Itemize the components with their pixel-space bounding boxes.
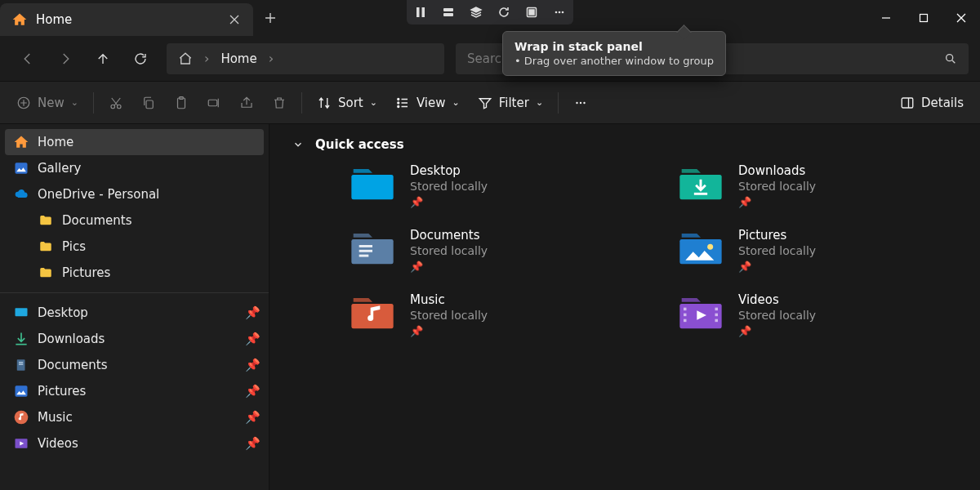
folder-subtitle: Stored locally [738, 309, 816, 322]
tab-home[interactable]: Home [0, 3, 253, 36]
pin-icon: 📌 [738, 325, 816, 337]
tab-title: Home [36, 12, 72, 27]
pin-icon: 📌 [410, 261, 488, 273]
folder-icon [678, 228, 724, 265]
folder-icon [678, 163, 724, 201]
sidebar-item-onedrive[interactable]: OneDrive - Personal [0, 181, 269, 207]
sidebar-item-videos[interactable]: Videos 📌 [0, 430, 269, 457]
svg-rect-24 [902, 98, 913, 108]
sort-button[interactable]: Sort⌄ [309, 88, 385, 118]
folder-icon [350, 228, 395, 265]
delete-button[interactable] [264, 88, 295, 118]
pause-icon[interactable] [407, 0, 434, 24]
folder-icon [38, 238, 54, 255]
sidebar-item-label: Desktop [38, 305, 88, 320]
sidebar-item-music[interactable]: Music 📌 [0, 404, 269, 430]
svg-rect-26 [16, 308, 28, 316]
music-icon [13, 409, 29, 425]
rows-icon[interactable] [434, 0, 462, 24]
videos-icon [13, 435, 29, 452]
sidebar-item-home[interactable]: Home [5, 129, 264, 155]
sidebar-item-label: Documents [38, 358, 108, 372]
svg-rect-0 [416, 7, 420, 17]
chevron-right-icon: › [269, 51, 274, 66]
sidebar-item-label: Documents [62, 213, 132, 228]
new-tab-button[interactable] [253, 0, 287, 36]
folder-subtitle: Stored locally [410, 309, 488, 322]
svg-rect-42 [715, 318, 717, 321]
svg-rect-5 [529, 10, 534, 15]
stack-icon[interactable] [462, 0, 490, 24]
svg-rect-17 [208, 100, 217, 106]
folder-subtitle: Stored locally [738, 244, 816, 257]
svg-rect-30 [16, 385, 28, 396]
overlay-toolbar [407, 0, 573, 24]
cut-button[interactable] [100, 88, 131, 118]
folder-icon [38, 212, 54, 229]
chevron-right-icon: › [204, 51, 209, 66]
sidebar-item-onedrive-pictures[interactable]: Pictures [0, 260, 269, 286]
svg-rect-40 [715, 307, 717, 310]
sidebar-item-label: Pictures [62, 265, 110, 280]
quick-access-pictures[interactable]: PicturesStored locally📌 [678, 228, 957, 273]
refresh-icon[interactable] [490, 0, 518, 24]
share-button[interactable] [231, 88, 262, 118]
chevron-down-icon: ⌄ [370, 97, 377, 108]
more-icon[interactable] [546, 0, 573, 24]
quick-access-documents[interactable]: DocumentsStored locally📌 [350, 228, 629, 273]
sidebar-item-label: Pictures [38, 384, 86, 399]
folder-name: Pictures [738, 228, 816, 243]
quick-access-downloads[interactable]: DownloadsStored locally📌 [678, 163, 957, 208]
folder-subtitle: Stored locally [738, 180, 816, 193]
sidebar-item-label: Videos [38, 436, 78, 451]
forward-button[interactable] [49, 42, 82, 75]
pin-icon: 📌 [245, 358, 261, 372]
chevron-down-icon: ⌄ [536, 97, 543, 108]
pin-icon: 📌 [738, 196, 816, 208]
sidebar-item-onedrive-pics[interactable]: Pics [0, 234, 269, 260]
sidebar-item-desktop[interactable]: Desktop 📌 [0, 300, 269, 326]
section-quick-access[interactable]: Quick access [292, 137, 957, 152]
back-button[interactable] [11, 42, 44, 75]
details-button[interactable]: Details [892, 88, 972, 118]
quick-access-videos[interactable]: VideosStored locally📌 [678, 292, 957, 337]
folder-icon [350, 163, 395, 201]
svg-point-21 [576, 101, 577, 103]
view-button[interactable]: View⌄ [387, 88, 468, 118]
maximize-button[interactable] [905, 0, 942, 36]
svg-point-19 [398, 102, 399, 104]
quick-access-desktop[interactable]: DesktopStored locally📌 [350, 163, 629, 208]
frame-icon[interactable] [518, 0, 546, 24]
address-bar[interactable]: › Home › [167, 43, 444, 74]
copy-button[interactable] [133, 88, 164, 118]
new-button[interactable]: New⌄ [8, 88, 87, 118]
sidebar-item-documents[interactable]: Documents 📌 [0, 352, 269, 378]
paste-button[interactable] [166, 88, 197, 118]
content-pane: Quick access DesktopStored locally📌Downl… [270, 124, 980, 490]
svg-rect-28 [19, 362, 23, 363]
sidebar-item-gallery[interactable]: Gallery [0, 155, 269, 181]
sidebar-item-downloads[interactable]: Downloads 📌 [0, 326, 269, 352]
rename-button[interactable] [198, 88, 229, 118]
folder-icon [38, 265, 54, 281]
up-button[interactable] [87, 42, 119, 75]
svg-rect-29 [19, 364, 23, 365]
close-button[interactable] [942, 0, 980, 36]
quick-access-music[interactable]: MusicStored locally📌 [350, 292, 629, 337]
more-button[interactable] [565, 88, 596, 118]
svg-point-20 [398, 105, 399, 107]
svg-point-13 [117, 105, 121, 109]
sidebar-item-onedrive-documents[interactable]: Documents [0, 207, 269, 234]
svg-rect-3 [443, 13, 453, 16]
svg-rect-41 [715, 313, 717, 315]
svg-rect-14 [146, 100, 153, 109]
svg-point-7 [559, 11, 561, 14]
minimize-button[interactable] [867, 0, 905, 36]
tab-close-button[interactable] [225, 11, 243, 29]
home-icon [11, 11, 28, 28]
sidebar-item-pictures[interactable]: Pictures 📌 [0, 378, 269, 404]
filter-button[interactable]: Filter⌄ [470, 88, 551, 118]
svg-point-6 [555, 11, 558, 14]
sidebar-item-label: OneDrive - Personal [38, 187, 159, 202]
refresh-button[interactable] [124, 42, 157, 75]
